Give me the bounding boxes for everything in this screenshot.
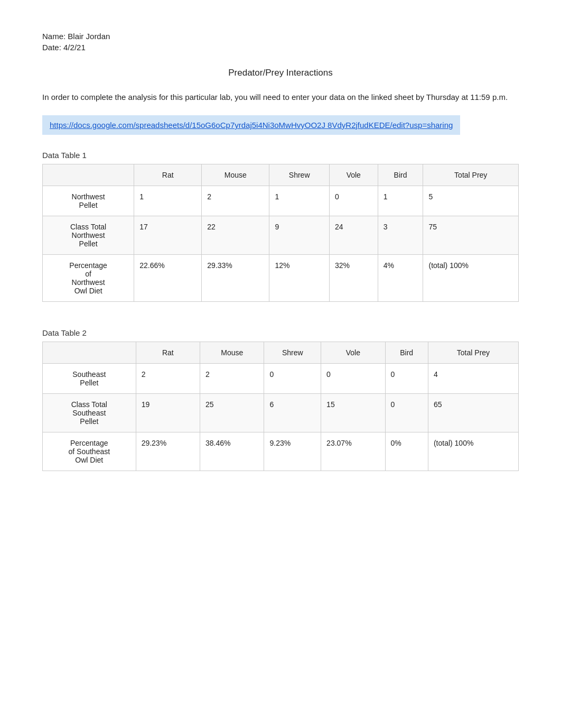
cell-value: 4 (428, 364, 518, 394)
table-row: Southeast Pellet220004 (43, 364, 519, 394)
row-label: Percentage of Northwest Owl Diet (43, 255, 134, 302)
spreadsheet-link[interactable]: https://docs.google.com/spreadsheets/d/1… (50, 121, 453, 130)
date-value: 4/2/21 (63, 43, 86, 52)
date-label: Date: (42, 43, 61, 52)
table2-col-vole: Vole (321, 342, 385, 364)
name-value: Blair Jordan (68, 32, 110, 41)
cell-value: 6 (264, 394, 321, 432)
cell-value: 12% (269, 255, 330, 302)
row-label: Southeast Pellet (43, 364, 136, 394)
table-row: Percentage of Southeast Owl Diet29.23%38… (43, 432, 519, 471)
cell-value: 25 (200, 394, 264, 432)
page-title: Predator/Prey Interactions (42, 68, 519, 78)
table1-label: Data Table 1 (42, 151, 519, 160)
cell-value: 32% (329, 255, 378, 302)
table-row: Northwest Pellet121015 (43, 186, 519, 216)
data-table-1-section: Data Table 1 Rat Mouse Shrew Vole Bird T… (42, 151, 519, 302)
cell-value: 75 (423, 216, 519, 255)
cell-value: 15 (321, 394, 385, 432)
table1-col-shrew: Shrew (269, 164, 330, 186)
table2-col-total-prey: Total Prey (428, 342, 518, 364)
table-row: Percentage of Northwest Owl Diet22.66%29… (43, 255, 519, 302)
row-label: Class Total Northwest Pellet (43, 216, 134, 255)
cell-value: 0 (264, 364, 321, 394)
link-block[interactable]: https://docs.google.com/spreadsheets/d/1… (42, 115, 460, 135)
cell-value: 19 (136, 394, 200, 432)
cell-value: 0% (385, 432, 428, 471)
cell-value: 24 (329, 216, 378, 255)
cell-value: 29.33% (202, 255, 269, 302)
cell-value: 2 (202, 186, 269, 216)
table1-col-bird: Bird (378, 164, 423, 186)
table2-col-mouse: Mouse (200, 342, 264, 364)
cell-value: 22.66% (134, 255, 202, 302)
table-row: Class Total Northwest Pellet1722924375 (43, 216, 519, 255)
cell-value: 29.23% (136, 432, 200, 471)
cell-value: 0 (329, 186, 378, 216)
row-label: Percentage of Southeast Owl Diet (43, 432, 136, 471)
cell-value: 22 (202, 216, 269, 255)
cell-value: 2 (200, 364, 264, 394)
cell-value: 38.46% (200, 432, 264, 471)
cell-value: 65 (428, 394, 518, 432)
cell-value: 1 (269, 186, 330, 216)
name-label: Name: (42, 32, 66, 41)
table2: Rat Mouse Shrew Vole Bird Total Prey Sou… (42, 342, 519, 471)
table2-col-shrew: Shrew (264, 342, 321, 364)
cell-value: 23.07% (321, 432, 385, 471)
cell-value: 17 (134, 216, 202, 255)
cell-value: 5 (423, 186, 519, 216)
table2-col-empty (43, 342, 136, 364)
table1-col-mouse: Mouse (202, 164, 269, 186)
intro-text: In order to complete the analysis for th… (42, 91, 519, 104)
cell-value: 4% (378, 255, 423, 302)
cell-value: (total) 100% (428, 432, 518, 471)
cell-value: 9 (269, 216, 330, 255)
header-info: Name: Blair Jordan Date: 4/2/21 (42, 32, 519, 52)
table1: Rat Mouse Shrew Vole Bird Total Prey Nor… (42, 164, 519, 302)
table-row: Class Total Southeast Pellet1925615065 (43, 394, 519, 432)
table1-col-vole: Vole (329, 164, 378, 186)
table1-header-row: Rat Mouse Shrew Vole Bird Total Prey (43, 164, 519, 186)
row-label: Class Total Southeast Pellet (43, 394, 136, 432)
cell-value: 0 (385, 364, 428, 394)
table2-col-bird: Bird (385, 342, 428, 364)
table2-header-row: Rat Mouse Shrew Vole Bird Total Prey (43, 342, 519, 364)
row-label: Northwest Pellet (43, 186, 134, 216)
table1-col-rat: Rat (134, 164, 202, 186)
cell-value: 9.23% (264, 432, 321, 471)
cell-value: 0 (321, 364, 385, 394)
table2-label: Data Table 2 (42, 328, 519, 337)
date-line: Date: 4/2/21 (42, 43, 519, 52)
cell-value: (total) 100% (423, 255, 519, 302)
cell-value: 3 (378, 216, 423, 255)
cell-value: 1 (378, 186, 423, 216)
table1-col-empty (43, 164, 134, 186)
cell-value: 1 (134, 186, 202, 216)
cell-value: 0 (385, 394, 428, 432)
name-line: Name: Blair Jordan (42, 32, 519, 41)
table1-col-total-prey: Total Prey (423, 164, 519, 186)
cell-value: 2 (136, 364, 200, 394)
table2-col-rat: Rat (136, 342, 200, 364)
data-table-2-section: Data Table 2 Rat Mouse Shrew Vole Bird T… (42, 328, 519, 471)
